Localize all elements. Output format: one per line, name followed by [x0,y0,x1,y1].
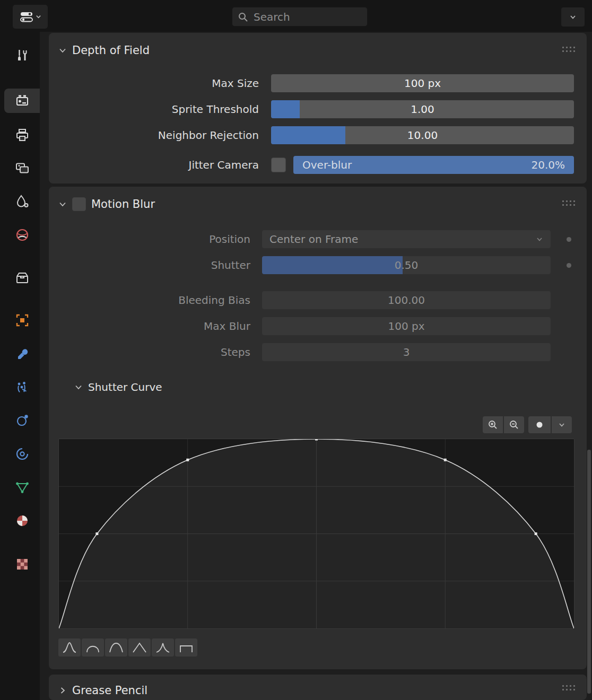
bleeding-bias-value: 100.00 [388,294,425,307]
max-blur-label: Max Blur [49,320,250,332]
panel-drag-grip[interactable] [561,684,577,691]
curve-root-icon [108,641,125,654]
depth-of-field-header[interactable]: Depth of Field [49,33,587,58]
tab-physics[interactable] [4,408,40,433]
decorator[interactable] [551,263,587,268]
chevron-down-icon [558,421,565,428]
search-icon [238,12,248,22]
jitter-camera-checkbox[interactable] [271,158,286,172]
curve-zoom-out-button[interactable] [504,416,524,433]
collection-icon [15,270,30,285]
chevron-right-icon [58,686,67,695]
properties-editor: Depth of Field Max Size 100 px Sprite Th… [0,0,592,700]
steps-field[interactable]: 3 [262,343,551,361]
shutter-slider[interactable]: 0.50 [262,256,551,274]
curve-zoom-in-button[interactable] [483,416,503,433]
neighbor-rejection-slider[interactable]: 10.00 [271,126,574,144]
render-icon [15,93,30,108]
panel-drag-grip[interactable] [561,199,577,206]
constraints-icon [15,447,30,461]
properties-editor-icon [19,11,34,23]
header-options-dropdown[interactable] [561,7,585,27]
tab-render[interactable] [4,89,40,113]
output-icon [15,128,30,143]
tab-object-data[interactable] [4,475,40,500]
over-blur-slider[interactable]: Over-blur 20.0% [293,156,574,174]
preset-root-button[interactable] [105,638,127,657]
sprite-threshold-slider[interactable]: 1.00 [271,100,574,118]
tab-particles[interactable] [4,375,40,400]
panel-depth-of-field: Depth of Field Max Size 100 px Sprite Th… [49,33,587,183]
tab-output[interactable] [4,123,40,147]
tab-scene[interactable] [4,189,40,214]
texture-icon [15,557,30,572]
zoom-in-icon [487,419,498,430]
curve-fill [59,439,574,628]
tab-collection[interactable] [4,266,40,290]
shutter-curve-header[interactable]: Shutter Curve [74,379,587,395]
physics-icon [15,413,30,428]
steps-label: Steps [49,346,250,358]
editor-type-button[interactable] [13,5,48,29]
panel-title: Grease Pencil [72,684,147,697]
wrench-icon [15,347,30,362]
tab-constraints[interactable] [4,442,40,466]
preset-round-button[interactable] [82,638,104,657]
position-dropdown[interactable]: Center on Frame [262,230,551,248]
mesh-data-icon [15,480,30,495]
tab-tool[interactable] [4,43,40,68]
curve-smooth-icon [61,641,78,654]
search-field[interactable] [232,7,368,27]
curve-sharp-icon [131,641,148,654]
preset-max-button[interactable] [175,638,197,657]
decorator[interactable] [551,237,587,242]
tab-material[interactable] [4,509,40,533]
decorator-dot [567,237,571,242]
over-blur-value: 20.0% [531,159,565,171]
tab-view-layer[interactable] [4,156,40,180]
grease-pencil-header[interactable]: Grease Pencil [49,675,587,700]
curve-point-icon [535,420,544,430]
max-blur-field[interactable]: 100 px [262,317,551,335]
shutter-curve-canvas[interactable] [58,439,574,629]
tab-modifiers[interactable] [4,342,40,366]
panel-grease-pencil: Grease Pencil [49,675,587,700]
steps-value: 3 [403,346,410,358]
curve-svg [59,439,574,628]
curve-tools-button[interactable] [528,416,551,433]
shutter-value: 0.50 [395,259,419,272]
motion-blur-checkbox[interactable] [72,197,86,211]
preset-line-button[interactable] [152,638,174,657]
tab-world[interactable] [4,223,40,247]
max-size-label: Max Size [49,77,259,90]
scrollbar[interactable] [587,450,591,694]
bleeding-bias-label: Bleeding Bias [49,294,250,307]
chevron-down-icon [569,13,577,21]
world-icon [15,228,30,242]
preset-sharp-button[interactable] [128,638,151,657]
panel-title: Depth of Field [72,44,150,57]
curve-round-icon [84,641,101,654]
search-input[interactable] [253,10,362,24]
properties-header-bar [0,0,592,32]
tab-object[interactable] [4,308,40,332]
view-layer-icon [15,161,30,176]
max-size-field[interactable]: 100 px [271,74,574,92]
jitter-camera-label: Jitter Camera [49,159,259,171]
motion-blur-header[interactable]: Motion Blur [49,187,587,212]
zoom-out-icon [509,419,519,430]
panel-title: Motion Blur [91,198,155,211]
panel-drag-grip[interactable] [561,46,577,52]
preset-smooth-button[interactable] [58,638,81,657]
bleeding-bias-field[interactable]: 100.00 [262,291,551,309]
curve-toolbar [49,416,572,433]
material-icon [15,513,30,528]
tab-texture[interactable] [4,552,40,576]
curve-tools-dropdown[interactable] [552,416,572,433]
subpanel-title: Shutter Curve [88,381,162,393]
neighbor-rejection-value: 10.00 [407,129,438,142]
position-value: Center on Frame [269,233,536,246]
panel-motion-blur: Motion Blur Position Center on Frame Shu… [49,187,587,669]
scene-icon [15,194,30,209]
sprite-threshold-value: 1.00 [411,103,434,116]
